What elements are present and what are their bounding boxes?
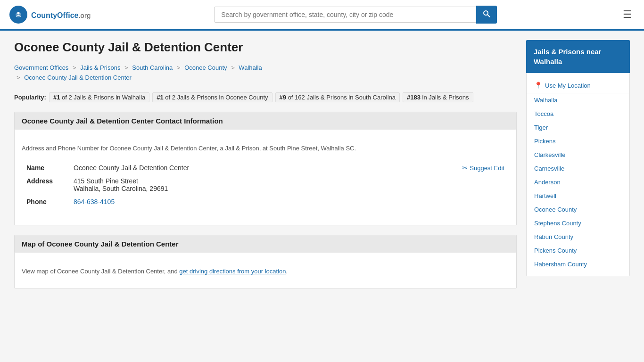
address-line2: Walhalla, South Carolina, 29691: [74, 185, 376, 192]
contact-section-body: Address and Phone Number for Oconee Coun…: [15, 137, 516, 225]
popularity-label: Popularity:: [14, 94, 46, 101]
svg-point-1: [17, 12, 20, 15]
contact-section-header: Oconee County Jail & Detention Center Co…: [15, 112, 516, 130]
use-my-location-label: Use My Location: [545, 82, 591, 89]
svg-line-3: [487, 15, 490, 17]
sidebar-item-toccoa[interactable]: Toccoa: [527, 107, 629, 121]
map-desc-before: View map of Oconee County Jail & Detenti…: [22, 268, 179, 275]
breadcrumb-link-county[interactable]: Oconee County: [184, 64, 227, 71]
map-description: View map of Oconee County Jail & Detenti…: [22, 267, 509, 276]
main-container: Oconee County Jail & Detention Center Go…: [0, 31, 644, 307]
sidebar-header-line1: Jails & Prisons near: [534, 48, 601, 56]
breadcrumb-link-jails[interactable]: Jails & Prisons: [80, 64, 120, 71]
breadcrumb-link-sc[interactable]: South Carolina: [132, 64, 173, 71]
phone-link[interactable]: 864-638-4105: [74, 198, 115, 206]
driving-directions-link[interactable]: get driving directions from your locatio…: [179, 268, 286, 275]
contact-description: Address and Phone Number for Oconee Coun…: [22, 144, 509, 153]
sidebar-item-pickens-county[interactable]: Pickens County: [527, 244, 629, 257]
breadcrumb-sep-2: >: [124, 64, 128, 71]
map-desc-after: .: [286, 268, 288, 275]
name-label: Name: [22, 161, 69, 174]
breadcrumb-sep-5: >: [17, 74, 20, 81]
table-row-name: Name Oconee County Jail & Detention Cent…: [22, 161, 509, 174]
hamburger-menu-button[interactable]: ☰: [620, 6, 635, 23]
breadcrumb-link-gov[interactable]: Government Offices: [14, 64, 68, 71]
search-button[interactable]: [476, 6, 497, 24]
breadcrumb: Government Offices > Jails & Prisons > S…: [14, 63, 517, 83]
page-title: Oconee County Jail & Detention Center: [14, 40, 517, 55]
sidebar-item-stephens-county[interactable]: Stephens County: [527, 216, 629, 230]
address-label: Address: [22, 174, 69, 195]
logo-icon: [9, 6, 27, 24]
sidebar-item-oconee-county[interactable]: Oconee County: [527, 203, 629, 216]
name-value: Oconee County Jail & Detention Center: [69, 161, 380, 174]
map-section-header: Map of Oconee County Jail & Detention Ce…: [15, 235, 516, 253]
contact-section: Oconee County Jail & Detention Center Co…: [14, 112, 517, 226]
sidebar-header-line2: Walhalla: [534, 58, 562, 66]
sidebar-header: Jails & Prisons near Walhalla: [526, 40, 630, 73]
suggest-edit-link[interactable]: ✂ Suggest Edit: [385, 164, 504, 172]
suggest-edit-cell: ✂ Suggest Edit: [380, 161, 509, 208]
edit-icon: ✂: [462, 164, 468, 172]
sidebar-item-tiger[interactable]: Tiger: [527, 121, 629, 134]
search-area: [214, 6, 497, 24]
breadcrumb-link-city[interactable]: Walhalla: [239, 64, 262, 71]
use-my-location-button[interactable]: 📍 Use My Location: [527, 78, 629, 93]
pop-badge-1: #1 of 2 Jails & Prisons in Walhalla: [49, 92, 149, 102]
sidebar-item-walhalla[interactable]: Walhalla: [527, 93, 629, 107]
breadcrumb-link-current[interactable]: Oconee County Jail & Detention Center: [24, 74, 132, 81]
sidebar-item-rabun-county[interactable]: Rabun County: [527, 230, 629, 244]
sidebar-item-habersham-county[interactable]: Habersham County: [527, 257, 629, 271]
location-icon: 📍: [534, 82, 542, 89]
contact-table: Name Oconee County Jail & Detention Cent…: [22, 161, 509, 208]
logo-text: CountyOffice.org: [31, 9, 91, 20]
breadcrumb-sep-1: >: [73, 64, 76, 71]
popularity-bar: Popularity: #1 of 2 Jails & Prisons in W…: [14, 92, 517, 102]
phone-label: Phone: [22, 195, 69, 208]
map-section: Map of Oconee County Jail & Detention Ce…: [14, 235, 517, 288]
content-area: Oconee County Jail & Detention Center Go…: [14, 40, 517, 298]
svg-point-2: [484, 11, 488, 15]
pop-badge-3: #9 of 162 Jails & Prisons in South Carol…: [275, 92, 400, 102]
sidebar-item-carnesville[interactable]: Carnesville: [527, 162, 629, 175]
sidebar-item-clarkesville[interactable]: Clarkesville: [527, 148, 629, 162]
pop-badge-4: #183 in Jails & Prisons: [403, 92, 473, 102]
site-header: CountyOffice.org ☰: [0, 0, 644, 31]
logo-area: CountyOffice.org: [9, 6, 91, 24]
phone-value: 864-638-4105: [69, 195, 380, 208]
breadcrumb-sep-3: >: [177, 64, 181, 71]
sidebar-item-hartwell[interactable]: Hartwell: [527, 189, 629, 203]
breadcrumb-sep-4: >: [231, 64, 235, 71]
sidebar-item-anderson[interactable]: Anderson: [527, 175, 629, 189]
suggest-edit-label: Suggest Edit: [470, 165, 504, 172]
pop-badge-2: #1 of 2 Jails & Prisons in Oconee County: [152, 92, 272, 102]
address-value: 415 South Pine Street Walhalla, South Ca…: [69, 174, 380, 195]
map-section-body: View map of Oconee County Jail & Detenti…: [15, 260, 516, 288]
address-line1: 415 South Pine Street: [74, 177, 376, 185]
sidebar: Jails & Prisons near Walhalla 📍 Use My L…: [526, 40, 630, 298]
sidebar-item-pickens[interactable]: Pickens: [527, 134, 629, 148]
sidebar-content: 📍 Use My Location Walhalla Toccoa Tiger …: [526, 73, 630, 276]
search-input[interactable]: [214, 7, 476, 23]
